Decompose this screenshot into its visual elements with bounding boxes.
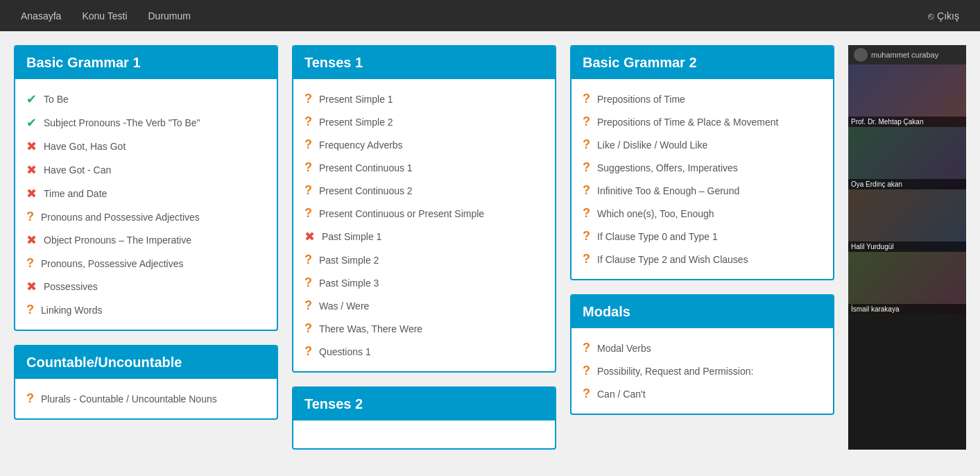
list-item[interactable]: ?Present Continuous 1 <box>304 156 544 179</box>
list-item[interactable]: ✖Object Pronouns – The Imperative <box>26 228 266 252</box>
list-item[interactable]: ?Past Simple 2 <box>304 248 544 271</box>
question-icon: ? <box>304 92 312 106</box>
topic-label: To Be <box>44 94 69 105</box>
cross-icon: ✖ <box>26 279 37 294</box>
tenses-1-body: ?Present Simple 1?Present Simple 2?Frequ… <box>293 79 555 371</box>
topic-label: If Clause Type 0 and Type 1 <box>597 231 718 242</box>
question-icon: ? <box>304 253 312 267</box>
list-item[interactable]: ?Pronouns, Possessive Adjectives <box>26 252 266 275</box>
countable-uncountable-card: Countable/Uncountable ?Plurals - Countab… <box>14 345 278 420</box>
list-item[interactable]: ?Prepositions of Time <box>583 87 822 110</box>
list-item[interactable]: ?Present Continuous 2 <box>304 179 544 202</box>
list-item[interactable]: ?Which one(s), Too, Enough <box>583 202 822 225</box>
list-item[interactable]: ?If Clause Type 0 and Type 1 <box>583 225 822 248</box>
list-item[interactable]: ?Pronouns and Possessive Adjectives <box>26 205 266 228</box>
question-icon: ? <box>583 364 590 378</box>
exit-button[interactable]: ⎋ Çıkış <box>928 10 959 22</box>
question-icon: ? <box>304 298 312 313</box>
modals-card: Modals ?Modal Verbs?Possibility, Request… <box>570 294 834 415</box>
question-icon: ? <box>304 183 312 198</box>
topic-label: Possibility, Request and Permission: <box>597 366 753 377</box>
list-item[interactable]: ?Questions 1 <box>304 340 544 363</box>
topic-label: Pronouns and Possessive Adjectives <box>41 212 200 223</box>
question-icon: ? <box>26 391 34 406</box>
topic-label: Past Simple 2 <box>319 255 379 266</box>
question-icon: ? <box>583 386 590 401</box>
list-item[interactable]: ?Past Simple 3 <box>304 271 544 294</box>
list-item[interactable]: ✔Subject Pronouns -The Verb "To Be" <box>26 111 266 135</box>
topic-label: Time and Date <box>44 188 107 199</box>
topic-label: Like / Dislike / Would Like <box>597 139 707 151</box>
topic-label: Present Continuous 1 <box>319 162 413 173</box>
question-icon: ? <box>583 341 590 355</box>
list-item[interactable]: ?Prepositions of Time & Place & Movement <box>583 110 822 133</box>
question-icon: ? <box>26 256 34 271</box>
question-icon: ? <box>304 114 312 129</box>
topic-label: Prepositions of Time & Place & Movement <box>597 117 778 128</box>
countable-uncountable-header: Countable/Uncountable <box>15 346 277 379</box>
list-item[interactable]: ?Infinitive Too & Enough – Gerund <box>583 179 822 202</box>
list-item[interactable]: ?There Was, There Were <box>304 317 544 340</box>
topic-label: Suggestions, Offers, Imperatives <box>597 162 738 173</box>
question-icon: ? <box>304 206 312 221</box>
nav-konu-testi[interactable]: Konu Testi <box>82 10 127 22</box>
tenses-2-card: Tenses 2 <box>292 386 556 450</box>
question-icon: ? <box>304 160 312 175</box>
list-item[interactable]: ?Possibility, Request and Permission: <box>583 359 822 382</box>
topic-label: Was / Were <box>319 300 369 312</box>
list-item[interactable]: ?Like / Dislike / Would Like <box>583 133 822 156</box>
question-icon: ? <box>583 137 590 152</box>
list-item[interactable]: ✖Have Got, Has Got <box>26 135 266 158</box>
list-item[interactable]: ✖Have Got - Can <box>26 158 266 182</box>
list-item[interactable]: ?Linking Words <box>26 298 266 321</box>
question-icon: ? <box>583 229 590 244</box>
question-icon: ? <box>583 92 590 106</box>
video-thumb-2: Oya Erdinç akan <box>848 127 966 189</box>
question-icon: ? <box>26 303 34 317</box>
topic-label: If Clause Type 2 and Wish Clauses <box>597 254 748 265</box>
cross-icon: ✖ <box>26 139 37 154</box>
topic-label: Modal Verbs <box>597 343 651 354</box>
check-icon: ✔ <box>26 92 37 107</box>
topic-label: Present Simple 1 <box>319 94 393 105</box>
video-thumb-3: Halil Yurdugül <box>848 189 966 252</box>
question-icon: ? <box>583 206 590 221</box>
list-item[interactable]: ✖Possessives <box>26 275 266 298</box>
participant-label-2: Oya Erdinç akan <box>848 179 966 189</box>
video-top-bar: muhammet curabay <box>848 45 966 65</box>
question-icon: ? <box>583 252 590 266</box>
topic-label: Pronouns, Possessive Adjectives <box>41 258 183 269</box>
topic-label: Have Got - Can <box>44 164 111 176</box>
basic-grammar-1-card: Basic Grammar 1 ✔To Be✔Subject Pronouns … <box>14 45 278 331</box>
list-item[interactable]: ?Suggestions, Offers, Imperatives <box>583 156 822 179</box>
list-item[interactable]: ?If Clause Type 2 and Wish Clauses <box>583 248 822 271</box>
list-item[interactable]: ?Present Simple 1 <box>304 87 544 110</box>
nav-durumum[interactable]: Durumum <box>148 10 191 22</box>
question-icon: ? <box>583 114 590 129</box>
countable-uncountable-body: ?Plurals - Countable / Uncountable Nouns <box>15 379 277 418</box>
list-item[interactable]: ?Can / Can't <box>583 382 822 405</box>
topic-label: Object Pronouns – The Imperative <box>44 235 191 246</box>
basic-grammar-1-body: ✔To Be✔Subject Pronouns -The Verb "To Be… <box>15 79 277 330</box>
tenses-2-header: Tenses 2 <box>293 388 555 420</box>
list-item[interactable]: ✖Time and Date <box>26 182 266 205</box>
nav-anasayfa[interactable]: Anasayfa <box>21 10 61 22</box>
cross-icon: ✖ <box>26 232 37 248</box>
list-item[interactable]: ?Present Simple 2 <box>304 110 544 133</box>
topic-label: Can / Can't <box>597 389 646 400</box>
modals-body: ?Modal Verbs?Possibility, Request and Pe… <box>571 328 833 414</box>
cross-icon: ✖ <box>304 229 315 244</box>
topic-label: There Was, There Were <box>319 323 422 334</box>
list-item[interactable]: ✔To Be <box>26 87 266 111</box>
video-thumb-4: İsmail karakaya <box>848 252 966 314</box>
list-item[interactable]: ?Was / Were <box>304 294 544 317</box>
list-item[interactable]: ?Modal Verbs <box>583 337 822 359</box>
navbar: Anasayfa Konu Testi Durumum ⎋ Çıkış <box>0 0 980 31</box>
question-icon: ? <box>304 275 312 290</box>
list-item[interactable]: ?Frequency Adverbs <box>304 133 544 156</box>
list-item[interactable]: ?Present Continuous or Present Simple <box>304 202 544 225</box>
topic-label: Linking Words <box>41 305 102 316</box>
list-item[interactable]: ✖Past Simple 1 <box>304 225 544 248</box>
question-icon: ? <box>304 321 312 336</box>
list-item[interactable]: ?Plurals - Countable / Uncountable Nouns <box>26 387 266 410</box>
